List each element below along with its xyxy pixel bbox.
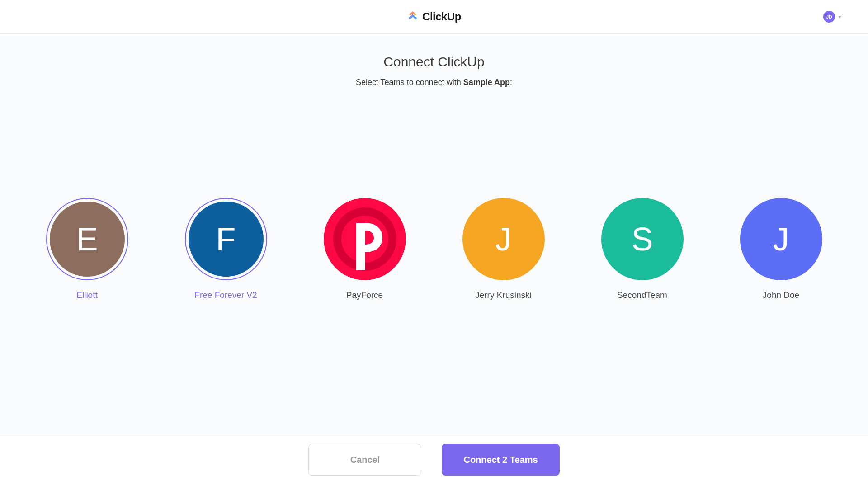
team-avatar-wrapper: J — [462, 198, 545, 280]
user-avatar: JD — [823, 11, 835, 23]
team-label: SecondTeam — [617, 290, 667, 300]
teams-grid: E Elliott F Free Forever V2 — [0, 198, 868, 300]
main-content: Connect ClickUp Select Teams to connect … — [0, 34, 868, 434]
team-avatar-wrapper: F — [185, 198, 267, 280]
chevron-down-icon: ▾ — [839, 14, 841, 19]
cancel-button[interactable]: Cancel — [308, 444, 421, 476]
user-menu[interactable]: JD ▾ — [823, 11, 841, 23]
team-item-john-doe[interactable]: J John Doe — [740, 198, 822, 300]
payforce-logo-icon — [324, 198, 406, 280]
team-avatar — [324, 198, 406, 280]
team-initial: E — [76, 221, 98, 258]
page-title: Connect ClickUp — [0, 54, 868, 70]
team-label: PayForce — [346, 290, 383, 300]
team-item-free-forever-v2[interactable]: F Free Forever V2 — [185, 198, 267, 300]
page-subtitle: Select Teams to connect with Sample App: — [0, 78, 868, 87]
footer: Cancel Connect 2 Teams — [0, 434, 868, 485]
logo-text: ClickUp — [422, 10, 461, 23]
team-label: Elliott — [76, 290, 97, 300]
team-avatar: J — [462, 198, 545, 280]
team-avatar: S — [601, 198, 684, 280]
team-avatar: J — [740, 198, 822, 280]
team-avatar-wrapper: J — [740, 198, 822, 280]
team-avatar: E — [50, 202, 125, 277]
team-initial: J — [495, 221, 512, 258]
connect-button[interactable]: Connect 2 Teams — [442, 444, 559, 476]
team-avatar-wrapper: E — [46, 198, 128, 280]
team-item-jerry-krusinski[interactable]: J Jerry Krusinski — [462, 198, 545, 300]
team-label: Jerry Krusinski — [475, 290, 532, 300]
team-avatar-wrapper: S — [601, 198, 684, 280]
team-initial: S — [631, 221, 653, 258]
subtitle-suffix: : — [510, 78, 512, 87]
clickup-logo-icon — [407, 10, 419, 24]
team-label: Free Forever V2 — [194, 290, 257, 300]
team-initial: J — [773, 221, 789, 258]
subtitle-app: Sample App — [463, 78, 510, 87]
subtitle-prefix: Select Teams to connect with — [356, 78, 463, 87]
team-item-elliott[interactable]: E Elliott — [46, 198, 128, 300]
team-avatar-wrapper — [324, 198, 406, 280]
team-label: John Doe — [763, 290, 799, 300]
team-item-secondteam[interactable]: S SecondTeam — [601, 198, 684, 300]
header: ClickUp JD ▾ — [0, 0, 868, 34]
team-item-payforce[interactable]: PayForce — [324, 198, 406, 300]
team-initial: F — [216, 221, 236, 258]
team-avatar: F — [189, 202, 264, 277]
logo: ClickUp — [407, 10, 461, 24]
